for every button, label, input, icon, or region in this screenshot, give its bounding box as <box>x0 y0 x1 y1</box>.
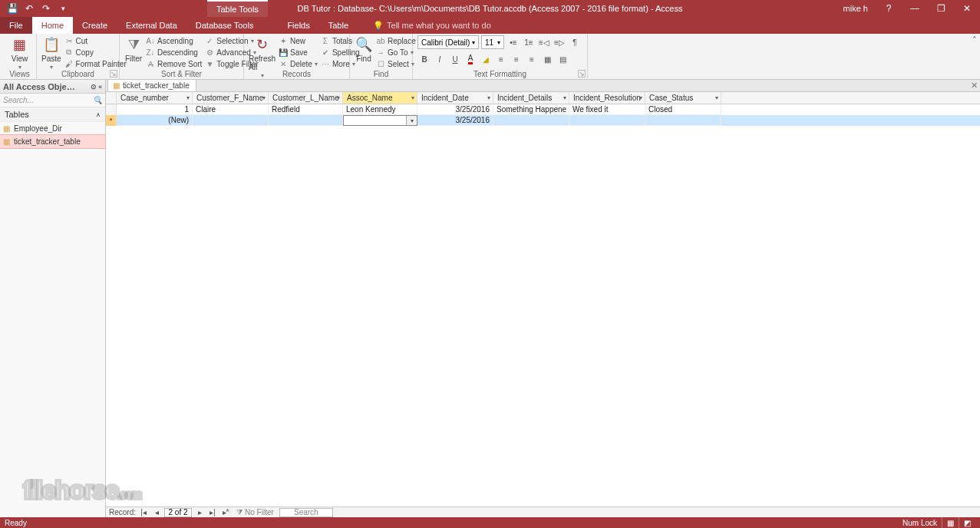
font-size-select[interactable]: 11▾ <box>481 35 504 49</box>
cell-empty[interactable] <box>493 115 569 126</box>
underline-button[interactable]: U <box>448 52 462 66</box>
cut-button[interactable]: ✂Cut <box>64 35 127 46</box>
document-tab[interactable]: ▦ticket_tracker_table <box>107 79 196 91</box>
select-button[interactable]: ☐Select▾ <box>376 58 416 69</box>
filter-indicator[interactable]: ⧩No Filter <box>233 508 277 517</box>
column-dropdown-icon[interactable]: ▾ <box>186 94 190 101</box>
collapse-ribbon-icon[interactable]: ˄ <box>972 35 977 45</box>
numbering-icon[interactable]: 1≡ <box>522 35 536 49</box>
cell-case-number[interactable]: 1 <box>117 104 193 115</box>
tab-create[interactable]: Create <box>73 17 117 34</box>
textfmt-launcher-icon[interactable]: ↘ <box>578 70 586 78</box>
col-incident-date[interactable]: Incident_Date▾ <box>417 92 493 104</box>
cell-empty[interactable] <box>269 115 343 126</box>
tab-home[interactable]: Home <box>32 17 73 34</box>
format-painter-button[interactable]: 🖌Format Painter <box>64 58 127 69</box>
delete-record-button[interactable]: ✕Delete▾ <box>279 58 318 69</box>
save-record-button[interactable]: 💾Save <box>279 47 318 58</box>
cell-empty[interactable] <box>645 115 721 126</box>
tell-me-search[interactable]: 💡Tell me what you want to do <box>358 17 491 34</box>
cell-case-status[interactable]: Closed <box>645 104 721 115</box>
cell-empty[interactable] <box>569 115 645 126</box>
nav-item-ticket-tracker[interactable]: ▦ticket_tracker_table <box>0 135 105 148</box>
new-record-nav-button[interactable]: ▸* <box>220 508 231 516</box>
copy-button[interactable]: ⧉Copy <box>64 47 127 58</box>
record-search-input[interactable] <box>279 508 333 517</box>
tab-external-data[interactable]: External Data <box>117 17 186 34</box>
table-row[interactable]: 1 Claire Redfield Leon Kennedy 3/25/2016… <box>106 104 980 115</box>
col-case-number[interactable]: Case_number▾ <box>117 92 193 104</box>
cell-new-case-number[interactable]: (New) <box>117 115 193 126</box>
align-left-button[interactable]: ≡ <box>494 52 508 66</box>
align-right-button[interactable]: ≡ <box>525 52 539 66</box>
view-button[interactable]: ▦View▾ <box>8 35 31 71</box>
close-button[interactable]: ✕ <box>954 0 980 17</box>
col-customer-f-name[interactable]: Customer_F_Name▾ <box>193 92 269 104</box>
goto-button[interactable]: →Go To▾ <box>376 47 416 58</box>
align-center-button[interactable]: ≡ <box>510 52 523 66</box>
bullets-icon[interactable]: •≡ <box>506 35 520 49</box>
column-dropdown-icon[interactable]: ▾ <box>262 94 266 101</box>
nav-collapse-icon[interactable]: « <box>98 83 102 91</box>
descending-button[interactable]: Z↓Descending <box>146 47 202 58</box>
cell-incident-details[interactable]: Something Happene <box>493 104 569 115</box>
column-dropdown-icon[interactable]: ▾ <box>563 94 566 101</box>
font-color-button[interactable]: A <box>464 52 477 66</box>
nav-dropdown-icon[interactable]: ⊙ <box>91 83 97 91</box>
datasheet-view-btn[interactable]: ▦ <box>942 517 959 528</box>
new-record-row[interactable]: * (New) ▾ Barry Burton Jill Valentine Le… <box>106 115 980 126</box>
font-family-select[interactable]: Calibri (Detail)▾ <box>417 35 479 49</box>
text-dir-icon[interactable]: ¶ <box>568 35 582 49</box>
qat-dropdown-icon[interactable]: ▾ <box>55 1 71 16</box>
cell-incident-date[interactable]: 3/25/2016 <box>417 104 493 115</box>
new-record-button[interactable]: ✦New <box>279 35 318 46</box>
row-selector[interactable] <box>106 104 117 115</box>
filter-button[interactable]: ⧩Filter <box>124 35 143 63</box>
column-dropdown-icon[interactable]: ▾ <box>411 94 414 101</box>
fill-color-button[interactable]: ◢ <box>479 52 493 66</box>
combobox-dropdown-button[interactable]: ▾ <box>406 116 417 125</box>
indent-dec-icon[interactable]: ≡◁ <box>537 35 551 49</box>
remove-sort-button[interactable]: A̶Remove Sort <box>146 58 202 69</box>
user-name[interactable]: mike h <box>843 4 876 13</box>
nav-item-employee-dir[interactable]: ▦Employee_Dir <box>0 122 105 135</box>
col-case-status[interactable]: Case_Status▾ <box>645 92 721 104</box>
save-icon[interactable]: 💾 <box>5 1 20 16</box>
prev-record-button[interactable]: ◂ <box>151 508 162 516</box>
tab-database-tools[interactable]: Database Tools <box>186 17 263 34</box>
cell-incident-resolution[interactable]: We fixed it <box>569 104 645 115</box>
col-incident-details[interactable]: Incident_Details▾ <box>493 92 569 104</box>
col-customer-l-name[interactable]: Customer_L_Name▾ <box>269 92 343 104</box>
column-dropdown-icon[interactable]: ▾ <box>337 94 340 101</box>
close-document-icon[interactable]: ✕ <box>971 81 978 91</box>
cell-new-incident-date[interactable]: 3/25/2016 <box>417 115 493 126</box>
clipboard-launcher-icon[interactable]: ↘ <box>110 70 117 78</box>
find-button[interactable]: 🔍Find <box>355 35 373 63</box>
alt-row-color-button[interactable]: ▤ <box>556 52 569 66</box>
col-incident-resolution[interactable]: Incident_Resolution▾ <box>569 92 645 104</box>
cell-customer-f-name[interactable]: Claire <box>193 104 269 115</box>
cell-assoc-name[interactable]: Leon Kennedy <box>343 104 417 115</box>
replace-button[interactable]: abReplace <box>376 35 416 46</box>
bold-button[interactable]: B <box>417 52 431 66</box>
column-dropdown-icon[interactable]: ▾ <box>487 94 490 101</box>
tab-table[interactable]: Table <box>319 17 358 34</box>
cell-customer-l-name[interactable]: Redfield <box>269 104 343 115</box>
design-view-btn[interactable]: ◩ <box>959 517 975 528</box>
minimize-button[interactable]: ― <box>902 0 928 17</box>
help-icon[interactable]: ? <box>876 0 902 17</box>
record-position-input[interactable] <box>164 508 192 517</box>
nav-category-tables[interactable]: Tables ⋏ <box>0 107 105 122</box>
tab-fields[interactable]: Fields <box>278 17 318 34</box>
select-all-cell[interactable] <box>106 92 117 104</box>
redo-icon[interactable]: ↷ <box>38 1 54 16</box>
assoc-name-combobox[interactable]: ▾ Barry Burton Jill Valentine Leon Kenne… <box>343 115 417 126</box>
column-dropdown-icon[interactable]: ▾ <box>715 94 718 101</box>
ascending-button[interactable]: A↓Ascending <box>146 35 202 46</box>
tab-file[interactable]: File <box>0 17 32 34</box>
new-row-indicator-icon[interactable]: * <box>106 115 117 126</box>
last-record-button[interactable]: ▸| <box>207 508 218 516</box>
next-record-button[interactable]: ▸ <box>194 508 205 516</box>
paste-button[interactable]: 📋Paste▾ <box>41 35 61 71</box>
italic-button[interactable]: I <box>433 52 447 66</box>
